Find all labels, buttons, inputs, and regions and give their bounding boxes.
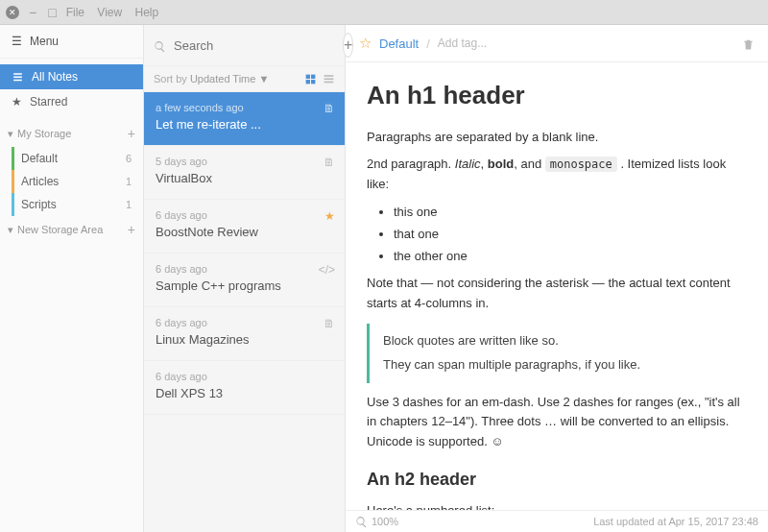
count: 1 bbox=[126, 199, 132, 210]
star-icon: ★ bbox=[12, 95, 22, 109]
note-title: Dell XPS 13 bbox=[156, 386, 333, 400]
document-icon: 🗎 bbox=[324, 317, 335, 330]
svg-rect-3 bbox=[311, 80, 315, 84]
label: My Storage bbox=[17, 128, 71, 139]
menu-help[interactable]: Help bbox=[134, 6, 158, 19]
svg-rect-2 bbox=[306, 80, 310, 84]
paragraph: 2nd paragraph. Italic, bold, and monospa… bbox=[367, 155, 747, 195]
count: 1 bbox=[126, 176, 132, 187]
svg-rect-5 bbox=[324, 78, 334, 80]
menu-file[interactable]: File bbox=[66, 6, 84, 19]
count: 6 bbox=[126, 153, 132, 164]
code-icon: </> bbox=[319, 263, 335, 277]
chevron-down-icon: ▾ bbox=[8, 224, 13, 236]
content-panel: ☆ Default / Add tag... An h1 header Para… bbox=[346, 25, 768, 532]
sort-dropdown[interactable]: Updated Time ▼ bbox=[190, 73, 269, 85]
folder-scripts[interactable]: Scripts1 bbox=[0, 193, 143, 216]
note-list: a few seconds agoLet me re-iterate ...🗎 … bbox=[144, 92, 345, 532]
document-icon: 🗎 bbox=[324, 156, 335, 169]
heading-2: An h2 header bbox=[367, 466, 747, 494]
menu-label: Menu bbox=[30, 35, 59, 48]
sidebar-starred[interactable]: ★ Starred bbox=[0, 89, 143, 114]
last-updated: Last updated at Apr 15, 2017 23:48 bbox=[593, 516, 758, 527]
notes-icon bbox=[12, 70, 24, 84]
note-time: 5 days ago bbox=[156, 156, 333, 167]
note-item[interactable]: 6 days agoDell XPS 13 bbox=[144, 361, 345, 415]
note-title: BoostNote Review bbox=[156, 225, 333, 239]
paragraph: Here's a numbered list: bbox=[367, 501, 747, 511]
grid-view-icon[interactable] bbox=[304, 72, 317, 85]
unordered-list: this one that one the other one bbox=[394, 203, 747, 266]
search-bar: + bbox=[144, 25, 345, 66]
note-item[interactable]: 6 days agoLinux Magazines🗎 bbox=[144, 307, 345, 361]
folder-articles[interactable]: Articles1 bbox=[0, 170, 143, 193]
sidebar: ☰ Menu All Notes ★ Starred ▾ My Storage … bbox=[0, 25, 144, 532]
note-title: Let me re-iterate ... bbox=[156, 117, 333, 132]
svg-rect-6 bbox=[324, 81, 334, 83]
storage-header-2[interactable]: ▾ New Storage Area + bbox=[0, 216, 143, 243]
list-item: the other one bbox=[394, 247, 747, 267]
status-bar: 100% Last updated at Apr 15, 2017 23:48 bbox=[346, 510, 768, 532]
close-window-icon[interactable]: ✕ bbox=[6, 6, 19, 19]
note-time: 6 days ago bbox=[156, 263, 333, 275]
blockquote-line: They can span multiple paragraphs, if yo… bbox=[383, 355, 747, 375]
add-folder-icon[interactable]: + bbox=[128, 126, 135, 141]
label: Default bbox=[21, 152, 58, 165]
label: Scripts bbox=[21, 198, 57, 211]
add-folder-icon[interactable]: + bbox=[128, 222, 135, 237]
star-icon: ★ bbox=[324, 209, 335, 223]
sidebar-all-notes[interactable]: All Notes bbox=[0, 64, 143, 89]
search-input[interactable] bbox=[174, 38, 335, 53]
menu-toggle[interactable]: ☰ Menu bbox=[0, 25, 143, 59]
note-title: Sample C++ programs bbox=[156, 278, 333, 293]
list-item: that one bbox=[394, 225, 747, 245]
paragraph: Use 3 dashes for an em-dash. Use 2 dashe… bbox=[367, 393, 747, 452]
menu-view[interactable]: View bbox=[97, 6, 122, 19]
add-tag-input[interactable]: Add tag... bbox=[438, 36, 487, 50]
note-title: VirtualBox bbox=[156, 171, 333, 185]
zoom-control[interactable]: 100% bbox=[355, 515, 398, 528]
paragraph: Paragraphs are separated by a blank line… bbox=[367, 128, 747, 148]
heading-1: An h1 header bbox=[367, 76, 747, 116]
note-item[interactable]: 6 days agoSample C++ programs</> bbox=[144, 254, 345, 307]
star-icon[interactable]: ☆ bbox=[359, 35, 372, 52]
note-time: 6 days ago bbox=[156, 209, 333, 221]
document-icon: 🗎 bbox=[324, 102, 335, 115]
trash-icon[interactable] bbox=[742, 36, 755, 52]
separator: / bbox=[426, 36, 430, 51]
document-viewer[interactable]: An h1 header Paragraphs are separated by… bbox=[346, 62, 768, 510]
note-title: Linux Magazines bbox=[156, 332, 333, 347]
titlebar: ✕ − □ File View Help bbox=[0, 0, 768, 25]
search-icon bbox=[154, 37, 166, 53]
paragraph: Note that — not considering the asterisk… bbox=[367, 274, 747, 314]
note-item[interactable]: 6 days agoBoostNote Review★ bbox=[144, 200, 345, 254]
zoom-icon bbox=[355, 515, 368, 528]
sort-label: Sort by bbox=[154, 73, 187, 85]
minimize-window-icon[interactable]: − bbox=[27, 5, 38, 20]
folder-selector[interactable]: Default bbox=[379, 36, 419, 51]
note-time: a few seconds ago bbox=[156, 102, 333, 113]
label: All Notes bbox=[32, 70, 78, 84]
note-item[interactable]: a few seconds agoLet me re-iterate ...🗎 bbox=[144, 92, 345, 146]
note-time: 6 days ago bbox=[156, 371, 333, 382]
folder-default[interactable]: Default6 bbox=[0, 147, 143, 170]
sort-bar: Sort by Updated Time ▼ bbox=[144, 66, 345, 92]
svg-rect-1 bbox=[311, 74, 315, 78]
blockquote: Block quotes are written like so. They c… bbox=[367, 324, 747, 383]
label: New Storage Area bbox=[17, 224, 103, 235]
hamburger-icon: ☰ bbox=[12, 35, 22, 48]
note-time: 6 days ago bbox=[156, 317, 333, 328]
blockquote-line: Block quotes are written like so. bbox=[383, 331, 747, 351]
list-item: this one bbox=[394, 203, 747, 223]
maximize-window-icon[interactable]: □ bbox=[46, 5, 58, 20]
app-menubar: File View Help bbox=[66, 6, 169, 19]
zoom-value: 100% bbox=[372, 516, 398, 527]
note-list-column: + Sort by Updated Time ▼ a few seconds a… bbox=[144, 25, 346, 532]
storage-header-1[interactable]: ▾ My Storage + bbox=[0, 120, 143, 147]
svg-rect-4 bbox=[324, 75, 334, 77]
chevron-down-icon: ▾ bbox=[8, 128, 13, 140]
label: Starred bbox=[30, 95, 67, 109]
list-view-icon[interactable] bbox=[323, 72, 335, 85]
note-item[interactable]: 5 days agoVirtualBox🗎 bbox=[144, 146, 345, 200]
content-header: ☆ Default / Add tag... bbox=[346, 25, 768, 62]
